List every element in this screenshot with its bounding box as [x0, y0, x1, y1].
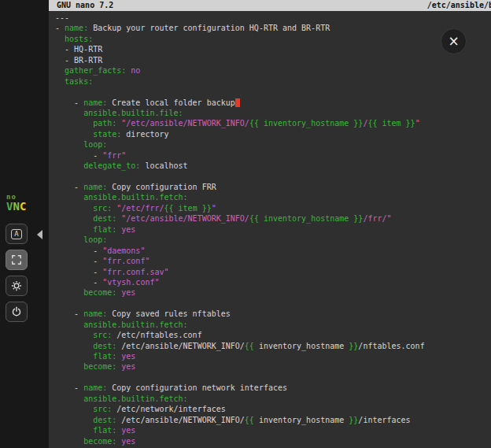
code-token: inventory_hostname	[254, 416, 349, 424]
extra-keys-button[interactable]: A	[6, 224, 28, 244]
editor-line[interactable]: tasks:	[55, 76, 491, 87]
fullscreen-button[interactable]	[6, 250, 28, 270]
editor-line[interactable]: ---	[55, 13, 491, 23]
terminal-window[interactable]: GNU nano 7.2 /etc/ansible/b ---- name: B…	[49, 0, 491, 448]
code-token	[55, 77, 65, 86]
code-token: directory	[121, 130, 168, 139]
editor-line[interactable]: hosts:	[55, 34, 491, 44]
code-token: name:	[65, 24, 88, 32]
code-token: flat:	[93, 426, 116, 435]
code-token	[55, 214, 93, 223]
code-token: flat:	[93, 352, 116, 361]
editor-line[interactable]: gather_facts: no	[55, 65, 491, 76]
editor-line[interactable]	[55, 298, 491, 309]
code-token	[55, 109, 83, 117]
editor-line[interactable]	[55, 172, 491, 182]
editor-line[interactable]: - "daemons"	[55, 246, 491, 256]
code-token	[55, 394, 83, 403]
text-cursor	[235, 98, 240, 107]
code-token	[55, 416, 93, 424]
editor-line[interactable]: loop:	[55, 235, 491, 245]
editor-line[interactable]: - name: Copy configuration network inter…	[55, 383, 491, 393]
editor-line[interactable]: path: "/etc/ansible/NETWORK_INFO/{{ inve…	[55, 118, 491, 128]
code-token: ansible.builtin.file:	[83, 109, 183, 117]
code-token: /etc/network/interfaces	[112, 405, 226, 413]
toolbar-collapse-handle[interactable]	[35, 229, 44, 240]
code-token: -	[55, 268, 102, 276]
editor-line[interactable]: src: /etc/network/interfaces	[55, 404, 491, 414]
open-file-path: /etc/ansible/b	[427, 0, 491, 11]
editor-line[interactable]: - "frr.conf"	[55, 256, 491, 266]
code-token	[55, 288, 83, 297]
code-token: {{ inventory_hostname }}	[249, 214, 364, 223]
code-token	[55, 66, 65, 75]
close-button[interactable]: ×	[441, 28, 467, 54]
code-token: yes	[116, 225, 135, 234]
code-token	[55, 193, 83, 202]
code-token: src:	[93, 204, 112, 213]
code-token: name:	[83, 309, 107, 318]
nano-version-label: GNU nano 7.2	[57, 0, 113, 11]
editor-line[interactable]: loop:	[55, 139, 491, 150]
code-token	[55, 130, 93, 139]
editor-line[interactable]: delegate_to: localhost	[55, 161, 491, 171]
editor-line[interactable]: - name: Copy saved rules nftables	[55, 309, 491, 319]
editor-line[interactable]: - name: Copy configuration FRR	[55, 182, 491, 192]
editor-line[interactable]: ansible.builtin.file:	[55, 108, 491, 118]
editor-line[interactable]: ansible.builtin.fetch:	[55, 192, 491, 202]
editor-line[interactable]: flat: yes	[55, 425, 491, 435]
code-token: loop:	[83, 140, 107, 149]
power-button[interactable]	[6, 302, 28, 322]
editor-line[interactable]: ansible.builtin.fetch:	[55, 320, 491, 330]
editor-line[interactable]: dest: "/etc/ansible/NETWORK_INFO/{{ inve…	[55, 213, 491, 224]
editor-line[interactable]: src: /etc/nftables.conf	[55, 330, 491, 340]
code-token: - HQ-RTR	[55, 45, 102, 54]
code-token: -	[55, 183, 83, 191]
editor-line[interactable]: flat: yes	[55, 224, 491, 235]
editor-line[interactable]: dest: /etc/ansible/NETWORK_INFO/{{ inven…	[55, 341, 491, 351]
code-token: "/etc/ansible/NETWORK_INFO/	[121, 119, 249, 128]
code-token	[55, 342, 93, 350]
code-token: "daemons"	[102, 246, 145, 255]
settings-button[interactable]	[6, 276, 28, 296]
code-token: }}	[349, 416, 358, 424]
code-token: "	[415, 119, 420, 128]
code-token: {{ item }}	[164, 204, 212, 213]
editor-line[interactable]: become: yes	[55, 287, 491, 298]
editor[interactable]: ---- name: Backup your router configurat…	[49, 11, 491, 446]
code-token: -	[55, 246, 102, 255]
editor-line[interactable]: ansible.builtin.fetch:	[55, 394, 491, 404]
code-token: tasks:	[65, 77, 93, 86]
code-token: -	[55, 257, 102, 265]
code-token: loop:	[83, 235, 107, 244]
editor-line[interactable]: flat: yes	[55, 351, 491, 361]
code-token: no	[126, 66, 140, 75]
editor-line[interactable]: src: "/etc/frr/{{ item }}"	[55, 203, 491, 213]
code-token: -	[55, 24, 65, 32]
editor-line[interactable]	[55, 372, 491, 383]
editor-line[interactable]	[55, 87, 491, 97]
code-token: yes	[116, 426, 135, 435]
editor-line[interactable]: - "vtysh.conf"	[55, 277, 491, 287]
code-token: yes	[116, 288, 135, 297]
editor-line[interactable]: become: yes	[55, 436, 491, 446]
editor-line[interactable]: - name: Create local folder backup	[55, 98, 491, 108]
code-token: yes	[116, 352, 135, 361]
code-token: dest:	[93, 214, 116, 223]
code-token: gather_facts:	[65, 66, 126, 75]
editor-line[interactable]: dest: /etc/ansible/NETWORK_INFO/{{ inven…	[55, 415, 491, 425]
editor-line[interactable]: - "frr"	[55, 150, 491, 161]
code-token: /etc/ansible/NETWORK_INFO/	[116, 416, 245, 424]
editor-line[interactable]: - "frr.conf.sav"	[55, 267, 491, 277]
code-token: /etc/nftables.conf	[112, 331, 201, 339]
code-token	[55, 331, 93, 339]
code-token	[55, 362, 83, 371]
editor-line[interactable]: - BR-RTR	[55, 55, 491, 65]
editor-line[interactable]: state: directory	[55, 129, 491, 139]
power-disconnect-icon	[11, 306, 22, 317]
editor-line[interactable]: become: yes	[55, 361, 491, 372]
code-token: dest:	[93, 416, 116, 424]
editor-line[interactable]: - HQ-RTR	[55, 44, 491, 54]
code-token: "/etc/ansible/NETWORK_INFO/	[121, 214, 249, 223]
editor-line[interactable]: - name: Backup your router configuration…	[55, 23, 491, 33]
